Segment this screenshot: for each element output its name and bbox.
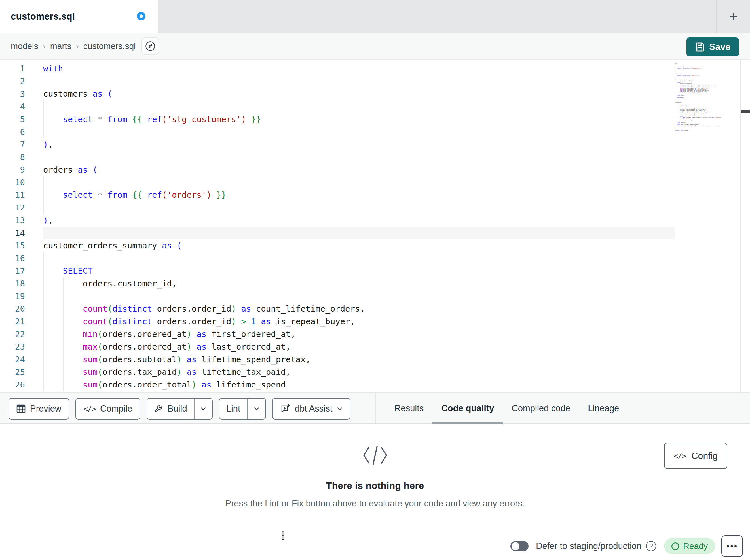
code-text xyxy=(43,227,675,240)
code-text: sum(orders.subtotal) as lifetime_spend_p… xyxy=(43,353,675,366)
code-text: max(orders.ordered_at) as last_ordered_a… xyxy=(43,340,675,353)
code-line[interactable]: 13), xyxy=(0,214,750,227)
line-number: 5 xyxy=(0,115,43,124)
wrench-icon xyxy=(154,404,163,413)
code-editor[interactable]: 1with23customers as (45 select * from {{… xyxy=(0,60,750,392)
code-line[interactable]: 9orders as ( xyxy=(0,163,750,176)
chevron-down-icon xyxy=(254,407,259,411)
code-line[interactable]: 1with xyxy=(0,62,750,75)
breadcrumb-separator: › xyxy=(76,41,79,51)
code-line[interactable]: 10 xyxy=(0,176,750,189)
defer-toggle[interactable] xyxy=(510,541,529,551)
code-line[interactable]: 5 select * from {{ ref('stg_customers') … xyxy=(0,113,750,126)
code-line[interactable]: 25 sum(orders.tax_paid) as lifetime_tax_… xyxy=(0,366,750,378)
breadcrumb-item[interactable]: customers.sql xyxy=(83,41,136,51)
build-split-button: Build xyxy=(146,398,213,419)
build-dropdown[interactable] xyxy=(195,398,212,419)
code-line[interactable]: 16 xyxy=(0,252,750,265)
tab-results[interactable]: Results xyxy=(386,393,432,424)
code-line[interactable]: 2 xyxy=(0,75,750,88)
compass-icon xyxy=(145,41,156,51)
chevron-down-icon xyxy=(200,407,206,411)
line-number: 15 xyxy=(0,241,43,250)
code-line[interactable]: 20 count(distinct orders.order_id) as co… xyxy=(0,303,750,315)
code-text: count(distinct orders.order_id) > 1 as i… xyxy=(43,315,675,328)
breadcrumb: models›marts›customers.sql xyxy=(11,41,136,51)
tab-title: customers.sql xyxy=(11,11,75,22)
code-line[interactable]: 6 xyxy=(0,125,750,138)
line-number: 1 xyxy=(0,64,43,74)
line-number: 22 xyxy=(0,329,43,339)
more-options-button[interactable]: ••• xyxy=(722,535,743,557)
tab-compiled-code[interactable]: Compiled code xyxy=(503,393,579,424)
compile-label: Compile xyxy=(100,403,133,414)
code-text: count(distinct orders.order_id) as count… xyxy=(43,303,675,315)
lint-label: Lint xyxy=(226,403,240,414)
code-text xyxy=(43,125,675,138)
code-line[interactable]: 26 sum(orders.order_total) as lifetime_s… xyxy=(0,378,750,391)
lint-dropdown[interactable] xyxy=(248,398,265,419)
line-number: 6 xyxy=(0,127,43,137)
line-number: 17 xyxy=(0,266,43,276)
code-line[interactable]: 12 xyxy=(0,201,750,214)
code-line[interactable]: 17 SELECT xyxy=(0,265,750,277)
current-line[interactable]: 14 xyxy=(0,227,750,240)
code-line[interactable]: 11 select * from {{ ref('orders') }} xyxy=(0,189,750,201)
line-number: 25 xyxy=(0,367,43,377)
results-panel: There is nothing here Press the Lint or … xyxy=(0,424,750,532)
code-line[interactable]: 24 sum(orders.subtotal) as lifetime_spen… xyxy=(0,353,750,366)
empty-subtitle: Press the Lint or Fix button above to ev… xyxy=(225,499,525,509)
config-button[interactable]: </> Config xyxy=(664,443,727,469)
dbt-assist-button[interactable]: dbt Assist xyxy=(272,398,351,419)
build-button[interactable]: Build xyxy=(147,398,195,419)
code-text: with xyxy=(43,62,675,75)
line-number: 10 xyxy=(0,178,43,187)
text-cursor xyxy=(280,530,286,540)
code-line[interactable]: 3customers as ( xyxy=(0,87,750,100)
preview-button[interactable]: Preview xyxy=(8,398,69,419)
compile-button[interactable]: </> Compile xyxy=(75,398,140,419)
line-number: 4 xyxy=(0,102,43,111)
tab-code-quality[interactable]: Code quality xyxy=(432,393,503,424)
code-line[interactable]: 15customer_orders_summary as ( xyxy=(0,240,750,252)
breadcrumb-item[interactable]: models xyxy=(11,41,38,51)
code-text xyxy=(43,151,675,163)
breadcrumb-bar: models›marts›customers.sql Save xyxy=(0,33,750,60)
code-line[interactable]: 8 xyxy=(0,151,750,163)
line-number: 21 xyxy=(0,317,43,326)
save-button[interactable]: Save xyxy=(687,37,739,56)
breadcrumb-item[interactable]: marts xyxy=(50,41,72,51)
code-text: customers as ( xyxy=(43,87,675,100)
tab-bar: customers.sql + xyxy=(0,0,750,33)
new-tab-button[interactable]: + xyxy=(716,0,750,33)
code-line[interactable]: 18 orders.customer_id, xyxy=(0,277,750,290)
tab-lineage[interactable]: Lineage xyxy=(579,393,628,424)
editor-tab[interactable]: customers.sql xyxy=(0,0,158,33)
help-icon[interactable]: ? xyxy=(646,541,656,551)
code-text xyxy=(43,100,675,113)
code-line[interactable]: 4 xyxy=(0,100,750,113)
empty-title: There is nothing here xyxy=(326,480,424,491)
unsaved-indicator-icon xyxy=(137,12,145,20)
ready-badge[interactable]: Ready xyxy=(664,538,715,554)
plus-icon: + xyxy=(729,8,737,25)
line-number: 23 xyxy=(0,342,43,352)
code-line[interactable]: 23 max(orders.ordered_at) as last_ordere… xyxy=(0,340,750,353)
lint-button[interactable]: Lint xyxy=(219,398,248,419)
compass-button[interactable] xyxy=(141,37,159,55)
line-number: 12 xyxy=(0,203,43,212)
code-line[interactable]: 19 xyxy=(0,290,750,303)
code-text: orders.customer_id, xyxy=(43,277,675,290)
code-text xyxy=(43,75,675,88)
line-number: 16 xyxy=(0,253,43,263)
code-line[interactable]: 22 min(orders.ordered_at) as first_order… xyxy=(0,328,750,340)
line-number: 8 xyxy=(0,152,43,162)
code-text: sum(orders.order_total) as lifetime_spen… xyxy=(43,378,675,391)
code-line[interactable]: 7), xyxy=(0,138,750,151)
line-number: 7 xyxy=(0,140,43,149)
lint-split-button: Lint xyxy=(219,398,266,419)
line-number: 20 xyxy=(0,304,43,314)
code-line[interactable]: 21 count(distinct orders.order_id) > 1 a… xyxy=(0,315,750,328)
code-text: min(orders.ordered_at) as first_ordered_… xyxy=(43,328,675,340)
code-text: select * from {{ ref('stg_customers') }} xyxy=(43,113,675,126)
